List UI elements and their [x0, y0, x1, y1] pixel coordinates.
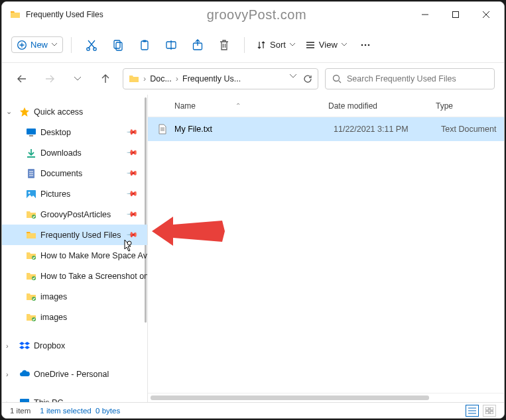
svg-rect-4 — [114, 40, 120, 48]
svg-rect-27 — [490, 407, 493, 410]
paste-button[interactable] — [133, 33, 157, 57]
sidebar-item[interactable]: images — [2, 286, 147, 307]
pin-icon: 📌 — [125, 229, 138, 241]
monitor-icon — [19, 397, 30, 403]
tree-label: images — [40, 292, 67, 301]
cut-button[interactable] — [80, 33, 103, 57]
file-explorer-window: Frequently Used Files groovyPost.com New… — [1, 1, 505, 419]
pictures-icon — [26, 189, 36, 199]
breadcrumb[interactable]: › Doc... › Frequently Us... — [123, 68, 318, 89]
divider — [71, 37, 72, 53]
sidebar-item[interactable]: GroovyPostArticles📌 — [2, 204, 147, 225]
sidebar-item[interactable]: Downloads📌 — [2, 142, 147, 163]
up-button[interactable] — [95, 68, 116, 89]
status-selected: 1 item selected — [40, 407, 91, 415]
back-button[interactable] — [11, 68, 32, 89]
tree-label: Quick access — [34, 107, 83, 117]
status-size: 0 bytes — [95, 407, 120, 415]
close-button[interactable] — [471, 4, 501, 25]
sidebar-item[interactable]: images — [2, 307, 147, 327]
svg-rect-14 — [27, 129, 36, 134]
search-box[interactable] — [325, 68, 495, 89]
column-name-header[interactable]: Name⌃ — [174, 101, 328, 111]
chevron-right-icon[interactable]: › — [6, 342, 14, 350]
sort-button[interactable]: Sort — [253, 37, 299, 52]
tree-label: GroovyPostArticles — [40, 210, 111, 219]
chevron-down-icon[interactable] — [290, 74, 296, 78]
sidebar-item[interactable]: How to Make More Space Av — [2, 245, 147, 266]
onedrive[interactable]: › OneDrive - Personal — [2, 364, 147, 384]
tree-label: Dropbox — [34, 341, 65, 350]
minimize-button[interactable] — [410, 4, 440, 25]
sidebar-item[interactable]: Desktop📌 — [2, 122, 147, 142]
rename-button[interactable] — [159, 33, 183, 57]
pin-icon: 📌 — [125, 208, 138, 221]
view-button[interactable]: View — [302, 37, 351, 52]
sidebar-item[interactable]: Pictures📌 — [2, 184, 147, 204]
chevron-right-icon[interactable]: › — [6, 370, 14, 378]
window-controls — [410, 4, 501, 25]
text-file-icon — [157, 124, 168, 134]
search-input[interactable] — [347, 74, 487, 83]
forward-button[interactable] — [39, 68, 60, 89]
tree-label: How to Take a Screenshot on — [40, 272, 147, 281]
file-row[interactable]: My File.txt 11/22/2021 3:11 PM Text Docu… — [148, 117, 504, 141]
tree-label: images — [40, 313, 67, 322]
svg-point-10 — [361, 44, 363, 46]
sidebar-item[interactable]: Frequently Used Files📌 — [2, 225, 147, 245]
star-icon — [19, 107, 30, 117]
more-button[interactable] — [353, 33, 377, 57]
sidebar-item[interactable]: How to Take a Screenshot on — [2, 266, 147, 286]
sidebar-item[interactable]: Documents📌 — [2, 163, 147, 184]
svg-point-12 — [368, 44, 370, 46]
chevron-down-icon[interactable]: ⌄ — [6, 107, 14, 116]
svg-rect-0 — [453, 12, 459, 18]
pin-icon: 📌 — [125, 146, 138, 159]
breadcrumb-part[interactable]: Frequently Us... — [182, 74, 241, 83]
watermark-text: groovyPost.com — [103, 7, 410, 23]
chevron-down-icon — [342, 43, 347, 46]
svg-point-13 — [334, 76, 340, 81]
details-view-toggle[interactable] — [466, 405, 479, 417]
navigation-pane[interactable]: ⌄ Quick access Desktop📌Downloads📌Documen… — [2, 95, 148, 402]
toolbar: New Sort View — [2, 27, 504, 63]
chevron-down-icon — [52, 43, 57, 46]
tree-label: Documents — [40, 169, 82, 178]
svg-point-18 — [29, 191, 31, 193]
folder-g-icon — [26, 312, 36, 323]
share-button[interactable] — [186, 33, 210, 57]
column-type-header[interactable]: Type — [436, 101, 504, 111]
recent-dropdown[interactable] — [67, 68, 88, 89]
sort-icon — [257, 40, 266, 50]
delete-button[interactable] — [212, 33, 236, 57]
svg-rect-29 — [490, 411, 493, 414]
tree-label: Desktop — [40, 128, 71, 137]
cloud-icon — [19, 369, 30, 380]
divider — [244, 37, 245, 53]
this-pc[interactable]: › This PC — [2, 392, 147, 402]
dropbox[interactable]: › Dropbox — [2, 335, 147, 356]
column-date-header[interactable]: Date modified — [328, 101, 436, 111]
svg-rect-28 — [485, 411, 489, 414]
breadcrumb-part[interactable]: Doc... — [150, 74, 172, 83]
body: ⌄ Quick access Desktop📌Downloads📌Documen… — [2, 95, 504, 402]
status-bar: 1 item 1 item selected 0 bytes — [2, 402, 504, 418]
copy-button[interactable] — [106, 33, 130, 57]
chevron-right-icon[interactable]: › — [6, 399, 14, 403]
file-type: Text Document — [441, 125, 496, 134]
documents-icon — [26, 168, 36, 179]
new-button[interactable]: New — [11, 36, 63, 53]
maximize-button[interactable] — [440, 4, 471, 25]
plus-circle-icon — [17, 40, 27, 50]
refresh-icon[interactable] — [303, 74, 312, 83]
file-list-pane: Name⌃ Date modified Type My File.txt 11/… — [148, 95, 504, 402]
search-icon — [332, 74, 342, 83]
quick-access[interactable]: ⌄ Quick access — [2, 101, 147, 122]
new-label: New — [31, 40, 48, 50]
navigation-bar: › Doc... › Frequently Us... — [2, 63, 504, 95]
horizontal-scrollbar[interactable] — [148, 393, 504, 402]
tree-label: Downloads — [40, 148, 82, 158]
large-icons-toggle[interactable] — [483, 405, 496, 417]
svg-rect-6 — [141, 41, 148, 50]
scrollbar-thumb[interactable] — [151, 395, 429, 400]
